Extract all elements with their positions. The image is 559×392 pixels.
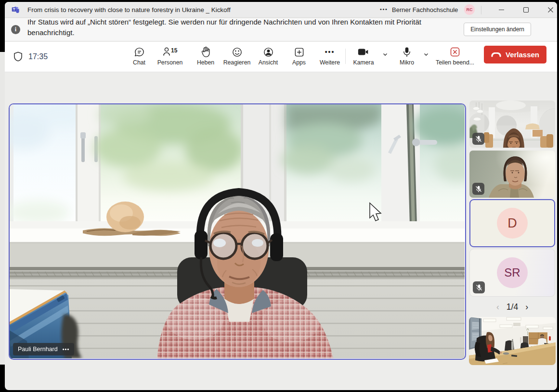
svg-text:15: 15 (171, 47, 178, 54)
